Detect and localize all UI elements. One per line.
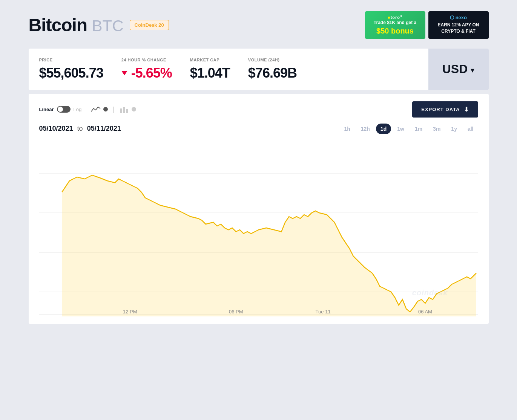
time-btn-3m[interactable]: 3m (428, 124, 445, 134)
svg-text:06 AM: 06 AM (418, 309, 432, 315)
nexo-line2: CRYPTO & FIAT (434, 28, 483, 35)
etoro-ad[interactable]: etoro3 Trade $1K and get a $50 bonus (365, 11, 425, 39)
svg-text:06 PM: 06 PM (229, 309, 243, 315)
chart-type-icons: | (91, 105, 136, 113)
coin-name: Bitcoin (29, 15, 87, 35)
currency-selector[interactable]: USD ▾ (428, 49, 489, 90)
change-block: 24 HOUR % CHANGE -5.65% (121, 58, 172, 81)
time-period-buttons: 1h 12h 1d 1w 1m 3m 1y all (339, 124, 478, 134)
toggle-knob (58, 107, 63, 112)
chart-panel: Linear Log | (29, 94, 489, 324)
export-data-button[interactable]: EXPORT DATA ⬇ (412, 101, 478, 118)
price-label: PRICE (39, 58, 103, 62)
ad-banners: etoro3 Trade $1K and get a $50 bonus ⬡ n… (365, 11, 489, 39)
price-panel: PRICE $55,605.73 24 HOUR % CHANGE -5.65%… (29, 49, 489, 90)
nexo-line1: EARN 12% APY ON (434, 22, 483, 28)
separator: | (112, 105, 114, 113)
linear-label: Linear (39, 107, 54, 112)
bar-chart-icon (119, 105, 129, 113)
price-block: PRICE $55,605.73 (39, 58, 103, 81)
coin-name-group: Bitcoin BTC (29, 15, 124, 35)
chart-toolbar: Linear Log | (39, 101, 478, 118)
nexo-brand: ⬡ nexo (434, 14, 483, 21)
volume-value: $76.69B (248, 65, 297, 81)
time-btn-1h[interactable]: 1h (339, 124, 354, 134)
nexo-ad[interactable]: ⬡ nexo EARN 12% APY ON CRYPTO & FIAT (428, 11, 489, 39)
coin-header: Bitcoin BTC CoinDesk 20 etoro3 Trade $1K… (29, 8, 489, 43)
svg-text:Tue 11: Tue 11 (315, 309, 330, 315)
export-label: EXPORT DATA (421, 107, 460, 112)
etoro-line1: Trade $1K and get a (371, 20, 419, 26)
marketcap-block: MARKET CAP $1.04T (190, 58, 230, 81)
page-container: Bitcoin BTC CoinDesk 20 etoro3 Trade $1K… (29, 8, 489, 324)
svg-rect-0 (120, 108, 122, 113)
line-dot (103, 107, 108, 111)
time-btn-all[interactable]: all (463, 124, 478, 134)
line-chart-icon (91, 105, 101, 113)
price-stats: PRICE $55,605.73 24 HOUR % CHANGE -5.65%… (29, 49, 428, 90)
coin-symbol: BTC (92, 17, 124, 35)
date-from: 05/10/2021 (39, 125, 73, 132)
time-btn-12h[interactable]: 12h (356, 124, 374, 134)
svg-rect-2 (126, 109, 128, 113)
svg-text:12 PM: 12 PM (123, 309, 137, 315)
marketcap-value: $1.04T (190, 65, 230, 81)
etoro-brand: etoro3 (371, 14, 419, 20)
date-separator: to (77, 125, 83, 132)
date-to: 05/11/2021 (87, 125, 121, 132)
price-value: $55,605.73 (39, 65, 103, 81)
marketcap-label: MARKET CAP (190, 58, 230, 62)
log-label: Log (74, 107, 82, 112)
dropdown-arrow-icon: ▾ (471, 66, 474, 75)
volume-block: VOLUME (24H) $76.69B (248, 58, 297, 81)
change-label: 24 HOUR % CHANGE (121, 58, 172, 62)
line-chart-toggle[interactable] (91, 105, 108, 113)
change-value: -5.65% (121, 65, 172, 81)
currency-text: USD (442, 62, 468, 76)
date-range-row: 05/10/2021 to 05/11/2021 1h 12h 1d 1w 1m… (39, 124, 478, 134)
chart-controls-left: Linear Log | (39, 105, 136, 113)
linear-log-toggle: Linear Log (39, 106, 82, 113)
coindesk-watermark: coindesk (412, 288, 448, 298)
coindesk-badge[interactable]: CoinDesk 20 (130, 20, 169, 30)
volume-label: VOLUME (24H) (248, 58, 297, 62)
bar-dot (132, 107, 136, 111)
chart-area: $59000 $58000 $57000 $56000 12 PM 06 PM (39, 143, 478, 316)
bar-chart-toggle[interactable] (119, 105, 136, 113)
date-range-text: 05/10/2021 to 05/11/2021 (39, 125, 121, 133)
etoro-bonus: $50 bonus (371, 26, 419, 36)
time-btn-1w[interactable]: 1w (393, 124, 409, 134)
download-icon: ⬇ (464, 106, 469, 113)
toggle-switch[interactable] (57, 106, 71, 113)
svg-rect-1 (123, 107, 125, 113)
time-btn-1m[interactable]: 1m (410, 124, 427, 134)
down-arrow-icon (121, 71, 127, 75)
time-btn-1d[interactable]: 1d (376, 124, 391, 134)
time-btn-1y[interactable]: 1y (446, 124, 462, 134)
